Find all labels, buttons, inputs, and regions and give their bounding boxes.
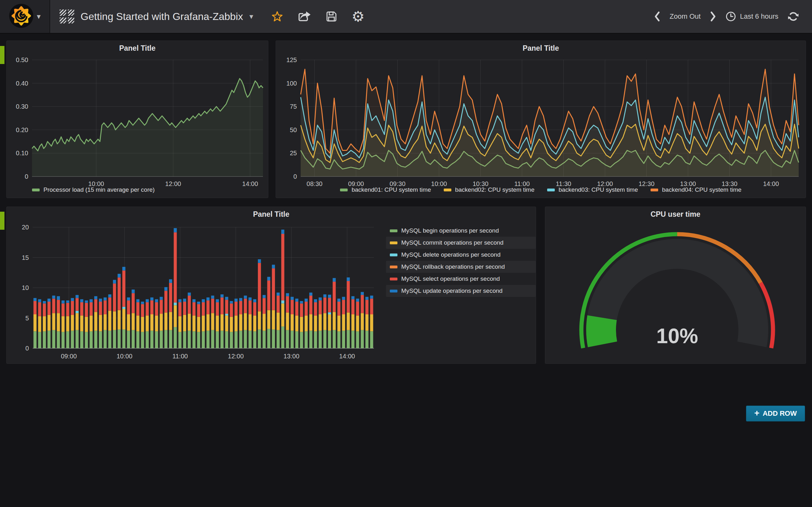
bar-segment[interactable] [338, 331, 341, 349]
legend-color-marker[interactable] [390, 241, 397, 244]
bar-segment[interactable] [206, 300, 210, 314]
bar-segment[interactable] [178, 302, 182, 316]
bar-segment[interactable] [57, 300, 60, 313]
bar-segment[interactable] [281, 303, 285, 327]
bar-segment[interactable] [272, 265, 275, 268]
bar-segment[interactable] [94, 296, 97, 299]
bar-segment[interactable] [141, 317, 144, 332]
bar-segment[interactable] [174, 302, 177, 305]
bar-segment[interactable] [230, 303, 233, 317]
bar-segment[interactable] [300, 332, 303, 348]
bar-segment[interactable] [249, 331, 252, 348]
bar-segment[interactable] [276, 292, 280, 296]
time-forward-button[interactable] [710, 11, 716, 22]
bar-segment[interactable] [57, 331, 60, 349]
bar-segment[interactable] [235, 298, 238, 302]
bar-segment[interactable] [253, 302, 256, 316]
bar-segment[interactable] [155, 299, 158, 302]
bar-segment[interactable] [80, 331, 84, 349]
bar-segment[interactable] [75, 311, 79, 314]
bar-segment[interactable] [225, 300, 229, 314]
bar-segment[interactable] [258, 312, 261, 330]
bar-segment[interactable] [38, 302, 41, 316]
bar-segment[interactable] [328, 298, 331, 313]
bar-segment[interactable] [319, 297, 322, 301]
legend-color-marker[interactable] [340, 188, 348, 191]
bar-segment[interactable] [347, 281, 350, 313]
bar-segment[interactable] [235, 331, 238, 349]
bar-segment[interactable] [244, 298, 247, 313]
bar-segment[interactable] [225, 316, 229, 331]
save-button[interactable] [325, 10, 338, 22]
bar-segment[interactable] [235, 302, 238, 316]
bar-segment[interactable] [295, 316, 299, 331]
bar-segment[interactable] [230, 332, 233, 348]
bar-segment[interactable] [276, 330, 280, 348]
bar-segment[interactable] [127, 297, 130, 301]
legend-item[interactable]: backend02: CPU system time [444, 186, 535, 193]
bar-segment[interactable] [113, 312, 116, 330]
bar-segment[interactable] [146, 299, 149, 302]
bar-segment[interactable] [351, 296, 355, 299]
bar-segment[interactable] [365, 331, 368, 348]
bar-segment[interactable] [43, 301, 46, 303]
bar-segment[interactable] [365, 314, 368, 331]
bar-segment[interactable] [206, 331, 210, 348]
bar-segment[interactable] [150, 314, 154, 331]
bar-segment[interactable] [220, 297, 223, 315]
bar-segment[interactable] [220, 314, 223, 331]
bar-segment[interactable] [338, 316, 341, 331]
bar-segment[interactable] [202, 299, 205, 302]
bar-segment[interactable] [309, 314, 312, 331]
bar-segment[interactable] [164, 291, 167, 313]
star-button[interactable] [271, 10, 284, 23]
bar-segment[interactable] [300, 317, 303, 332]
bar-segment[interactable] [104, 330, 107, 348]
bar-segment[interactable] [183, 315, 186, 331]
bar-segment[interactable] [309, 292, 312, 296]
bar-segment[interactable] [174, 327, 177, 348]
bar-segment[interactable] [164, 330, 167, 348]
bar-segment[interactable] [281, 230, 285, 234]
bar-segment[interactable] [174, 228, 177, 232]
dashboard-title-dropdown[interactable]: Getting Started with Grafana-Zabbix ▾ [50, 9, 253, 23]
panel-title[interactable]: Panel Title [7, 44, 268, 53]
bar-segment[interactable] [244, 296, 247, 299]
bar-segment[interactable] [99, 298, 102, 302]
legend-color-marker[interactable] [390, 266, 397, 268]
legend-color-marker[interactable] [390, 229, 397, 232]
bar-segment[interactable] [38, 299, 41, 302]
bar-segment[interactable] [333, 312, 336, 330]
bar-segment[interactable] [202, 316, 205, 331]
bar-segment[interactable] [305, 298, 308, 302]
bar-segment[interactable] [197, 317, 200, 332]
bar-segment[interactable] [319, 331, 322, 348]
bar-segment[interactable] [113, 280, 116, 284]
bar-segment[interactable] [267, 277, 270, 281]
bar-segment[interactable] [71, 298, 74, 301]
bar-segment[interactable] [351, 314, 355, 331]
legend-color-marker[interactable] [32, 188, 40, 191]
bar-segment[interactable] [85, 317, 88, 332]
cpu-system-time-svg[interactable]: 08:3009:0009:3010:0010:3011:0011:3012:00… [276, 54, 806, 193]
bar-segment[interactable] [183, 331, 186, 349]
bar-segment[interactable] [160, 300, 163, 314]
bar-segment[interactable] [57, 296, 60, 300]
bar-segment[interactable] [281, 326, 285, 348]
bar-segment[interactable] [90, 299, 93, 302]
bar-segment[interactable] [220, 294, 223, 297]
bar-segment[interactable] [178, 332, 182, 348]
legend-color-marker[interactable] [390, 278, 397, 280]
bar-segment[interactable] [188, 314, 191, 331]
bar-segment[interactable] [211, 330, 214, 348]
bar-segment[interactable] [160, 297, 163, 300]
bar-segment[interactable] [249, 300, 252, 314]
bar-segment[interactable] [295, 331, 299, 349]
bar-segment[interactable] [80, 299, 84, 302]
bar-segment[interactable] [333, 278, 336, 282]
bar-segment[interactable] [239, 314, 242, 331]
bar-segment[interactable] [71, 315, 74, 331]
bar-segment[interactable] [122, 267, 125, 271]
bar-segment[interactable] [75, 298, 79, 311]
bar-segment[interactable] [188, 292, 191, 296]
